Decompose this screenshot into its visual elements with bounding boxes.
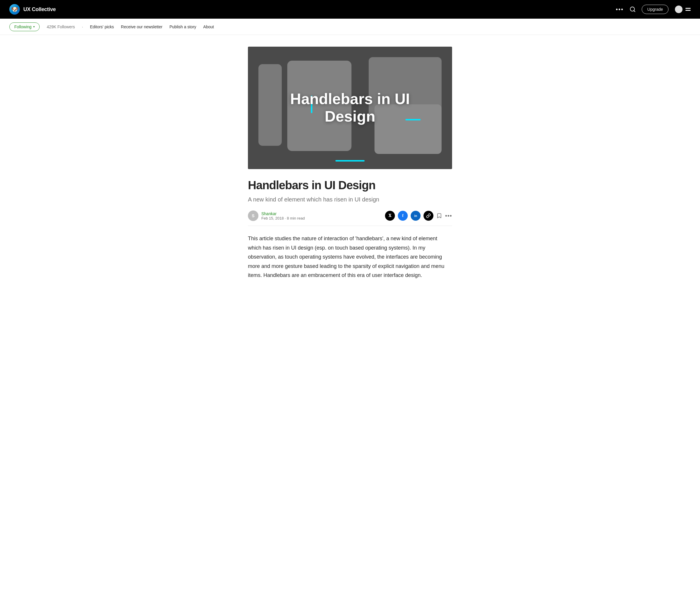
article-actions: 𝕏 f in •••	[385, 211, 452, 221]
user-avatar-group[interactable]	[674, 5, 691, 14]
bookmark-icon	[436, 213, 442, 219]
upgrade-button[interactable]: Upgrade	[641, 5, 668, 14]
shape-decoration	[259, 64, 282, 146]
article-subtitle: A new kind of element which has risen in…	[248, 195, 452, 203]
author-meta: Feb 15, 2018 · 8 min read	[261, 216, 305, 221]
author-name[interactable]: Shankar	[261, 211, 305, 216]
svg-line-1	[634, 10, 635, 12]
bookmark-button[interactable]	[436, 213, 442, 219]
brand-name: UX Collective	[23, 6, 56, 12]
hero-image-title: Handlebars in UI Design	[289, 90, 411, 125]
article-body: This article studies the nature of inter…	[248, 234, 452, 280]
author-info: S Shankar Feb 15, 2018 · 8 min read	[248, 210, 305, 221]
article-title: Handlebars in UI Design	[248, 179, 452, 192]
author-details: Shankar Feb 15, 2018 · 8 min read	[261, 211, 305, 221]
hero-canvas: Handlebars in UI Design	[248, 47, 452, 169]
top-nav: 🐶 UX Collective ••• Upgrade	[0, 0, 700, 19]
link-icon	[426, 213, 431, 218]
following-button[interactable]: Following ▾	[9, 23, 40, 31]
sub-nav: Following ▾ 429K Followers · Editors' pi…	[0, 19, 700, 35]
shape-accent	[336, 160, 364, 161]
more-options-icon[interactable]: •••	[616, 6, 624, 13]
avatar	[674, 5, 683, 14]
nav-brand: 🐶 UX Collective	[9, 4, 56, 14]
search-icon	[629, 6, 636, 12]
search-button[interactable]	[629, 6, 636, 12]
menu-bars-icon	[686, 8, 691, 11]
main-content: Handlebars in UI Design Handlebars in UI…	[242, 35, 458, 298]
twitter-share-button[interactable]: 𝕏	[385, 211, 395, 221]
dot-separator: ·	[82, 25, 83, 29]
more-actions-button[interactable]: •••	[445, 212, 452, 219]
hero-image: Handlebars in UI Design	[248, 47, 452, 169]
linkedin-share-button[interactable]: in	[411, 211, 421, 221]
author-avatar: S	[248, 210, 259, 221]
editors-picks-link[interactable]: Editors' picks	[90, 25, 114, 29]
author-row: S Shankar Feb 15, 2018 · 8 min read 𝕏 f …	[248, 210, 452, 226]
chevron-down-icon: ▾	[33, 25, 35, 28]
followers-count: 429K Followers	[47, 25, 75, 29]
logo-icon: 🐶	[9, 4, 20, 14]
about-link[interactable]: About	[203, 25, 214, 29]
copy-link-button[interactable]	[424, 211, 433, 221]
facebook-share-button[interactable]: f	[398, 211, 408, 221]
newsletter-link[interactable]: Receive our newsletter	[121, 25, 162, 29]
publish-link[interactable]: Publish a story	[169, 25, 196, 29]
nav-actions: ••• Upgrade	[616, 5, 691, 14]
